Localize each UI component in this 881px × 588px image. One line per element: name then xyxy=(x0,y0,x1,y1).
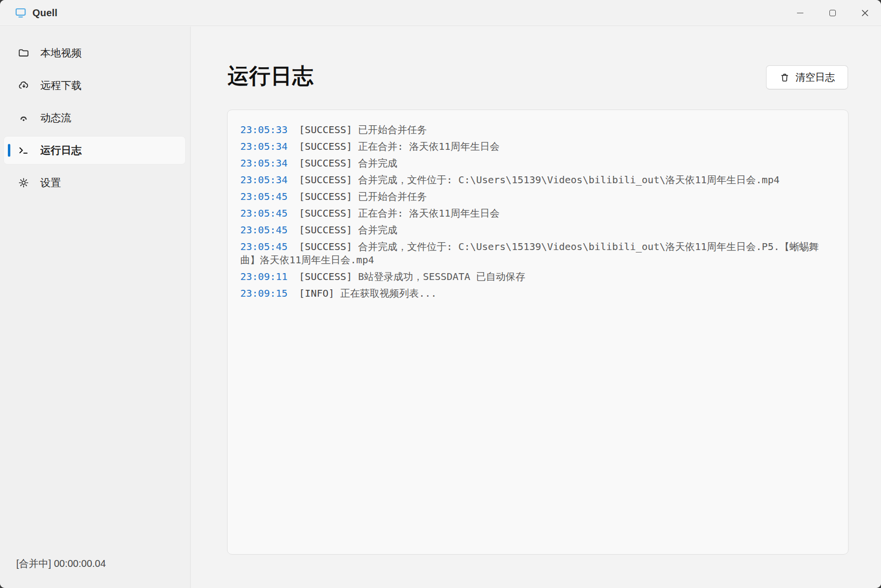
page-title: 运行日志 xyxy=(227,62,314,90)
log-panel[interactable]: 23:05:33[SUCCESS]已开始合并任务 23:05:34[SUCCES… xyxy=(227,110,849,555)
log-message: 已开始合并任务 xyxy=(358,191,427,202)
log-timestamp: 23:09:11 xyxy=(240,271,287,282)
sidebar-item[interactable]: 运行日志 xyxy=(4,137,185,164)
log-message: 正在获取视频列表... xyxy=(341,287,437,299)
maximize-button[interactable] xyxy=(816,0,849,26)
log-level-tag: [SUCCESS] xyxy=(299,157,352,169)
log-level-tag: [SUCCESS] xyxy=(299,241,352,252)
folder-icon xyxy=(18,47,29,59)
gear-icon xyxy=(18,177,29,189)
log-row: 23:05:34[SUCCESS]合并完成，文件位于: C:\Users\151… xyxy=(240,173,835,187)
sidebar-item-icon xyxy=(18,80,29,91)
log-level-tag: [SUCCESS] xyxy=(299,271,352,282)
titlebar: Quell xyxy=(0,0,881,26)
sidebar-item[interactable]: 远程下载 xyxy=(4,72,185,99)
log-timestamp: 23:05:34 xyxy=(240,157,287,169)
log-row: 23:05:45[SUCCESS]正在合并: 洛天依11周年生日会 xyxy=(240,207,835,220)
active-indicator-bar xyxy=(8,144,10,157)
log-level-tag: [SUCCESS] xyxy=(299,207,352,219)
log-row: 23:09:15[INFO]正在获取视频列表... xyxy=(240,287,835,300)
log-message: 合并完成 xyxy=(358,224,398,236)
merge-status-text: [合并中] 00:00:00.04 xyxy=(16,557,106,570)
main-content: 运行日志 清空日志 23:05:33[SUCCESS]已开始合并任务 23:05… xyxy=(191,27,881,588)
sidebar-item-icon xyxy=(18,177,29,189)
log-level-tag: [INFO] xyxy=(299,287,334,299)
log-level-tag: [SUCCESS] xyxy=(299,124,352,136)
log-timestamp: 23:05:45 xyxy=(240,207,287,219)
terminal-icon xyxy=(18,144,29,156)
log-level-tag: [SUCCESS] xyxy=(299,174,352,186)
window-controls xyxy=(784,0,881,26)
sidebar-item-label: 动态流 xyxy=(40,111,71,125)
sidebar-nav: 本地视频 远程下载 xyxy=(0,27,190,196)
minimize-icon xyxy=(797,13,803,13)
log-message: 正在合并: 洛天依11周年生日会 xyxy=(358,140,500,152)
trash-icon xyxy=(779,72,790,83)
log-row: 23:05:45[SUCCESS]合并完成，文件位于: C:\Users\151… xyxy=(240,240,835,267)
sidebar-item-icon xyxy=(18,144,29,156)
sidebar-item-label: 设置 xyxy=(40,176,61,190)
sidebar-item-label: 远程下载 xyxy=(40,79,82,92)
log-message: 正在合并: 洛天依11周年生日会 xyxy=(358,207,500,219)
log-message: 已开始合并任务 xyxy=(358,124,427,136)
app-window: Quell xyxy=(0,0,881,588)
log-timestamp: 23:05:45 xyxy=(240,191,287,202)
log-row: 23:05:34[SUCCESS]合并完成 xyxy=(240,157,835,170)
log-level-tag: [SUCCESS] xyxy=(299,140,352,152)
clear-logs-button[interactable]: 清空日志 xyxy=(766,65,848,89)
broadcast-icon xyxy=(18,112,29,124)
app-title: Quell xyxy=(32,7,57,19)
cloud-download-icon xyxy=(18,80,29,91)
clear-logs-label: 清空日志 xyxy=(796,71,835,84)
sidebar-item[interactable]: 本地视频 xyxy=(4,39,185,67)
log-message: B站登录成功，SESSDATA 已自动保存 xyxy=(358,271,525,282)
close-icon xyxy=(861,9,869,17)
sidebar-item[interactable]: 动态流 xyxy=(4,104,185,132)
log-timestamp: 23:05:45 xyxy=(240,224,287,236)
close-button[interactable] xyxy=(849,0,881,26)
minimize-button[interactable] xyxy=(784,0,816,26)
maximize-icon xyxy=(829,10,836,16)
log-row: 23:05:33[SUCCESS]已开始合并任务 xyxy=(240,123,835,137)
log-timestamp: 23:05:34 xyxy=(240,174,287,186)
app-logo-monitor-icon xyxy=(15,7,27,19)
sidebar-item-label: 运行日志 xyxy=(40,143,82,157)
sidebar-item-icon xyxy=(18,47,29,59)
log-timestamp: 23:05:45 xyxy=(240,241,287,252)
log-timestamp: 23:05:33 xyxy=(240,124,287,136)
sidebar-item-label: 本地视频 xyxy=(40,46,82,60)
sidebar: 本地视频 远程下载 xyxy=(0,27,191,588)
log-message: 合并完成 xyxy=(358,157,398,169)
log-row: 23:05:34[SUCCESS]正在合并: 洛天依11周年生日会 xyxy=(240,140,835,153)
log-level-tag: [SUCCESS] xyxy=(299,224,352,236)
log-level-tag: [SUCCESS] xyxy=(299,191,352,202)
sidebar-item[interactable]: 设置 xyxy=(4,169,185,196)
sidebar-item-icon xyxy=(18,112,29,124)
log-timestamp: 23:09:15 xyxy=(240,287,287,299)
log-row: 23:05:45[SUCCESS]合并完成 xyxy=(240,224,835,237)
log-row: 23:09:11[SUCCESS]B站登录成功，SESSDATA 已自动保存 xyxy=(240,270,835,283)
log-timestamp: 23:05:34 xyxy=(240,140,287,152)
log-message: 合并完成，文件位于: C:\Users\15139\Videos\bilibil… xyxy=(358,174,780,186)
log-row: 23:05:45[SUCCESS]已开始合并任务 xyxy=(240,190,835,203)
